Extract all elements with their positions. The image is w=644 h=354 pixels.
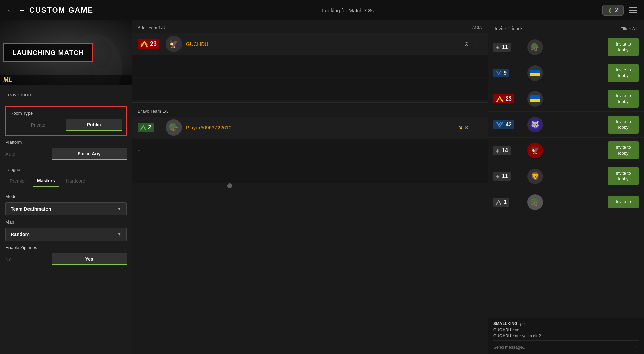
svg-marker-9 xyxy=(496,122,504,128)
chat-username: GUCHDU!: xyxy=(493,334,514,338)
rank-badge-red: 23 xyxy=(138,39,159,49)
invite-to-lobby-button[interactable]: Invite tolobby xyxy=(608,64,639,82)
invite-to-lobby-button[interactable]: Invite to xyxy=(608,196,639,208)
page-title: ← CUSTOM GAME xyxy=(18,6,93,15)
friend-rank-badge: ◈ 11 xyxy=(493,172,524,181)
chat-text: go xyxy=(520,321,525,326)
invite-friends-title: Invite Friends xyxy=(495,26,523,31)
steam-icon: ⊙ xyxy=(465,125,469,130)
rank-chevron-icon: ◈ xyxy=(496,45,500,50)
rank-chevron-icon xyxy=(140,41,148,47)
league-label: League xyxy=(5,167,127,172)
right-panel: Invite Friends Filter: All ◈ 11 🪖 Invite… xyxy=(488,20,644,354)
player-row: 23 🦅 GUCHDU! ⊙ ⋮ xyxy=(132,33,488,55)
league-row: Premier Masters Hardcore xyxy=(5,175,127,187)
hamburger-menu[interactable] xyxy=(629,7,637,13)
league-section: League Premier Masters Hardcore xyxy=(5,167,127,187)
platform-row: Auto Force Any xyxy=(5,148,127,160)
chat-text: yo xyxy=(515,328,519,332)
svg-marker-10 xyxy=(496,200,501,205)
mode-dropdown-arrow-icon: ▼ xyxy=(117,207,121,211)
rank-chevron-icon: ◈ xyxy=(496,148,500,153)
friend-rank-badge: 23 xyxy=(493,94,524,103)
platform-label: Platform xyxy=(5,140,127,145)
mode-value: Team Deathmatch xyxy=(11,206,51,212)
player-avatar: 🪖 xyxy=(166,119,182,136)
friend-rank-badge: 9 xyxy=(493,69,524,77)
leave-room-button[interactable]: Leave room xyxy=(5,89,127,100)
league-premier[interactable]: Premier xyxy=(5,176,30,187)
invite-to-lobby-button[interactable]: Invite tolobby xyxy=(608,90,639,108)
ziplines-row: No Yes xyxy=(5,253,127,265)
rank-chevron-icon xyxy=(496,200,501,205)
friend-row: 9 Invite tolobby xyxy=(488,60,644,86)
chat-message: GUCHDU!: are you a girl? xyxy=(493,334,639,338)
empty-player-slot: – xyxy=(132,139,488,161)
alfa-team-name: Alfa Team 1/3 xyxy=(138,25,165,30)
back-arrow-icon: ← xyxy=(7,6,14,14)
friend-avatar: 🦅 xyxy=(527,143,543,158)
friend-list: ◈ 11 🪖 Invite tolobby 9 xyxy=(488,34,644,318)
player-name: Player#0963722610 xyxy=(186,125,459,130)
divider xyxy=(5,103,127,103)
rank-badge-green: 2 xyxy=(138,123,154,132)
ukraine-flag-icon xyxy=(530,70,540,76)
player-options-button[interactable]: ⋮ xyxy=(470,38,482,49)
friend-row: ◈ 11 🦁 Invite tolobby xyxy=(488,163,644,189)
friend-row: ◈ 11 🪖 Invite tolobby xyxy=(488,34,644,60)
map-value: Random xyxy=(11,232,30,237)
middle-panel: Alfa Team 1/3 ASIA 23 🦅 GUCHDU! ⊙ xyxy=(132,20,488,354)
friend-avatar: 🪖 xyxy=(527,194,543,210)
top-right-controls: ❮ 2 xyxy=(602,5,637,16)
platform-force-any[interactable]: Force Any xyxy=(52,148,127,160)
alfa-team-header: Alfa Team 1/3 ASIA xyxy=(132,20,488,33)
page-chevron-icon: ❮ xyxy=(608,7,612,13)
room-type-private[interactable]: Private xyxy=(10,120,66,130)
svg-marker-6 xyxy=(496,71,501,75)
room-type-label: Room Type xyxy=(10,111,122,116)
alfa-team-section: Alfa Team 1/3 ASIA 23 🦅 GUCHDU! ⊙ xyxy=(132,20,488,100)
friend-row: 1 🪖 Invite to xyxy=(488,189,644,215)
bravo-team-section: Bravo Team 1/3 2 🪖 Player#0963722610 ♛ ⊙… xyxy=(132,104,488,183)
rank-number: 23 xyxy=(150,40,157,48)
chat-input[interactable] xyxy=(493,344,632,350)
empty-player-slot: – xyxy=(132,161,488,183)
rank-number: 14 xyxy=(502,147,508,154)
league-hardcore[interactable]: Hardcore xyxy=(62,176,90,187)
chat-text: are you a girl? xyxy=(515,334,541,338)
rank-number: 9 xyxy=(504,70,507,76)
player-options-button[interactable]: ⋮ xyxy=(470,122,482,133)
chat-send-button[interactable]: → xyxy=(632,343,639,351)
invite-to-lobby-button[interactable]: Invite tolobby xyxy=(608,141,639,160)
crown-icon: ♛ xyxy=(459,125,463,130)
room-type-toggle: Private Public xyxy=(10,119,122,131)
page-indicator[interactable]: ❮ 2 xyxy=(602,5,624,16)
friend-avatar: 🐺 xyxy=(527,117,543,132)
chat-message: SMALLKING: go xyxy=(493,321,639,326)
rank-number: 11 xyxy=(502,44,508,50)
ziplines-yes[interactable]: Yes xyxy=(52,253,127,265)
league-masters[interactable]: Masters xyxy=(33,175,59,187)
hero-bottom-bar: ML xyxy=(0,75,132,85)
divider3 xyxy=(5,191,127,191)
wolf-clan-icon: 🐺 xyxy=(529,118,542,131)
friend-avatar: 🪖 xyxy=(527,39,543,55)
friend-rank-badge: ◈ 14 xyxy=(493,146,524,155)
friend-avatar xyxy=(527,91,543,107)
back-button[interactable]: ← ← CUSTOM GAME xyxy=(7,6,93,15)
room-type-public[interactable]: Public xyxy=(66,119,122,131)
chat-username: SMALLKING: xyxy=(493,321,519,326)
invite-to-lobby-button[interactable]: Invite tolobby xyxy=(608,167,639,185)
chat-message: GUCHDU!: yo xyxy=(493,328,639,332)
map-dropdown[interactable]: Random ▼ xyxy=(5,228,127,241)
map-label: Map xyxy=(5,219,127,225)
invite-to-lobby-button[interactable]: Invite tolobby xyxy=(608,38,639,56)
rank-chevron-icon xyxy=(496,96,504,102)
bravo-team-header: Bravo Team 1/3 xyxy=(132,104,488,117)
map-section: Map Random ▼ xyxy=(5,219,127,241)
friend-rank-badge: 1 xyxy=(493,198,524,207)
mode-dropdown[interactable]: Team Deathmatch ▼ xyxy=(5,202,127,215)
chat-input-row: → xyxy=(493,340,639,351)
invite-to-lobby-button[interactable]: Invite tolobby xyxy=(608,116,639,134)
friend-avatar xyxy=(527,65,543,81)
